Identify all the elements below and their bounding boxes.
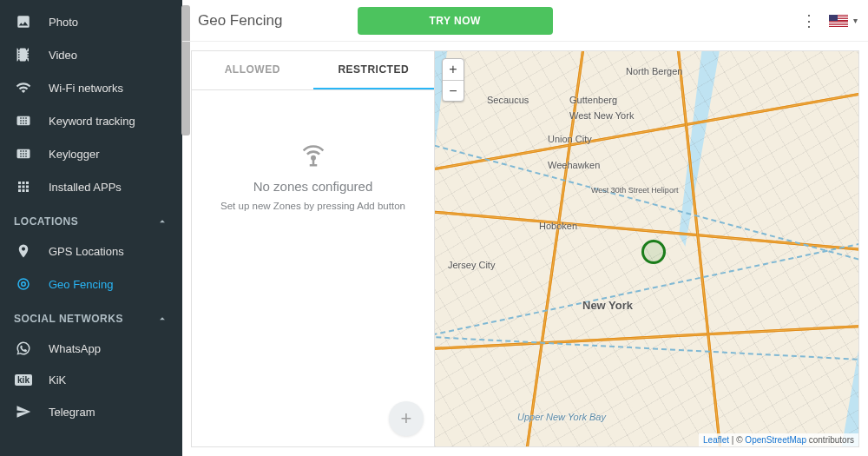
- topbar: Geo Fencing TRY NOW ⋮ ▾: [182, 0, 868, 42]
- empty-state: No zones configured Set up new Zones by …: [192, 90, 434, 446]
- add-zone-button[interactable]: +: [389, 401, 424, 436]
- try-now-button[interactable]: TRY NOW: [358, 7, 553, 35]
- grid-icon: [14, 179, 33, 195]
- chevron-up-icon: [156, 215, 168, 228]
- tabs: ALLOWED RESTRICTED: [192, 51, 434, 90]
- empty-title: No zones configured: [253, 179, 373, 194]
- section-locations[interactable]: LOCATIONS: [0, 203, 182, 235]
- sidebar-item-label: Photo: [49, 16, 78, 29]
- svg-point-2: [312, 156, 314, 159]
- map-label: North Bergen: [626, 66, 682, 76]
- sidebar: Photo Video Wi-Fi networks Keyword track…: [0, 0, 182, 456]
- sidebar-item-label: Video: [49, 49, 77, 62]
- sidebar-item-label: Wi-Fi networks: [49, 82, 123, 95]
- section-label: LOCATIONS: [14, 215, 78, 228]
- osm-link[interactable]: OpenStreetMap: [745, 435, 806, 445]
- sidebar-item-gps-locations[interactable]: GPS Locations: [0, 235, 182, 268]
- map-label: Secaucus: [487, 95, 529, 105]
- zoom-in-button[interactable]: +: [443, 59, 464, 80]
- pin-icon: [14, 243, 33, 259]
- whatsapp-icon: [14, 340, 33, 356]
- target-icon: [14, 276, 33, 292]
- leaflet-link[interactable]: Leaflet: [703, 435, 729, 445]
- photo-icon: [14, 14, 33, 30]
- page-title: Geo Fencing: [198, 12, 282, 30]
- zoom-out-button[interactable]: −: [443, 80, 464, 101]
- keyboard-icon: [14, 113, 33, 129]
- map-label: Upper New York Bay: [517, 412, 606, 422]
- sidebar-item-label: GPS Locations: [49, 245, 124, 258]
- zoom-control: + −: [442, 58, 464, 102]
- map-label: West 30th Street Heliport: [591, 186, 678, 195]
- sidebar-item-label: WhatsApp: [49, 342, 101, 355]
- map-label: Hoboken: [539, 221, 577, 231]
- map-label: New York: [582, 299, 633, 312]
- svg-point-0: [18, 279, 29, 289]
- main: Geo Fencing TRY NOW ⋮ ▾ ALLOWED RESTRICT…: [182, 0, 868, 456]
- wifi-icon: [14, 80, 33, 96]
- map-label: Guttenberg: [569, 95, 617, 105]
- svg-point-1: [22, 282, 26, 287]
- sidebar-item-label: KiK: [49, 373, 66, 387]
- empty-subtitle: Set up new Zones by pressing Add button: [220, 201, 405, 211]
- video-icon: [14, 47, 33, 63]
- kik-icon: kik: [14, 374, 33, 386]
- map-label: Jersey City: [448, 260, 495, 270]
- sidebar-item-video[interactable]: Video: [0, 38, 182, 71]
- section-social[interactable]: SOCIAL NETWORKS: [0, 301, 182, 332]
- keyboard-icon: [14, 146, 33, 162]
- dropdown-caret-icon: ▾: [853, 16, 858, 25]
- telegram-icon: [14, 404, 33, 420]
- geofence-marker[interactable]: [641, 240, 666, 264]
- sidebar-item-label: Keyword tracking: [49, 115, 135, 128]
- content: ALLOWED RESTRICTED No zones configured S…: [182, 42, 868, 456]
- sidebar-item-label: Telegram: [49, 406, 95, 419]
- map[interactable]: North Bergen Secaucus Guttenberg West Ne…: [434, 50, 859, 447]
- section-label: SOCIAL NETWORKS: [14, 313, 123, 325]
- sidebar-item-wifi[interactable]: Wi-Fi networks: [0, 71, 182, 104]
- sidebar-item-label: Geo Fencing: [49, 278, 113, 291]
- map-label: West New York: [569, 110, 634, 121]
- sidebar-item-photo[interactable]: Photo: [0, 5, 182, 38]
- flag-us-icon: [829, 15, 848, 27]
- sidebar-item-geo-fencing[interactable]: Geo Fencing: [0, 268, 182, 301]
- tab-restricted[interactable]: RESTRICTED: [313, 51, 435, 89]
- sidebar-item-telegram[interactable]: Telegram: [0, 395, 182, 428]
- map-label: Union City: [548, 134, 592, 144]
- sidebar-item-kik[interactable]: kik KiK: [0, 365, 182, 395]
- language-selector[interactable]: ▾: [829, 15, 858, 27]
- sidebar-item-keyword-tracking[interactable]: Keyword tracking: [0, 104, 182, 137]
- sidebar-item-whatsapp[interactable]: WhatsApp: [0, 332, 182, 365]
- map-attribution: Leaflet | © OpenStreetMap contributors: [699, 433, 858, 446]
- sidebar-item-label: Keylogger: [49, 148, 100, 161]
- sidebar-item-installed-apps[interactable]: Installed APPs: [0, 170, 182, 203]
- sidebar-item-label: Installed APPs: [49, 181, 122, 194]
- tab-allowed[interactable]: ALLOWED: [192, 51, 313, 89]
- sidebar-item-keylogger[interactable]: Keylogger: [0, 137, 182, 170]
- chevron-up-icon: [156, 313, 168, 325]
- antenna-icon: [299, 141, 328, 170]
- map-label: Weehawken: [548, 160, 600, 170]
- zones-panel: ALLOWED RESTRICTED No zones configured S…: [191, 50, 434, 447]
- more-menu-icon[interactable]: ⋮: [801, 13, 817, 29]
